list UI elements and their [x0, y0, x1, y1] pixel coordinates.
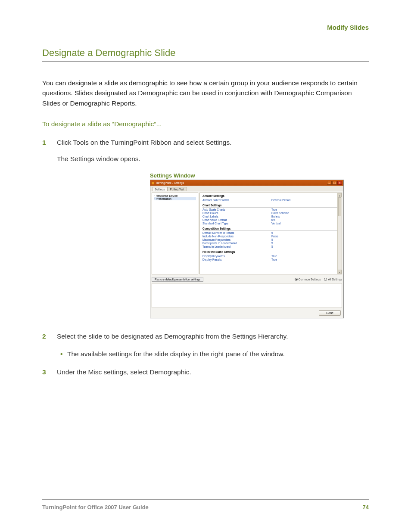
window-titlebar: TurningPoint - Settings – □ × — [150, 180, 343, 186]
setting-value[interactable]: True — [271, 255, 339, 258]
vertical-scrollbar[interactable]: ▴ ▾ — [337, 193, 342, 274]
setting-key[interactable]: Chart Labels — [202, 215, 271, 218]
group-competition-settings: Competition Settings — [202, 227, 339, 231]
setting-key[interactable]: Auto Scale Charts — [202, 208, 271, 211]
minimize-button[interactable]: – — [327, 181, 332, 185]
step-3: 3 Under the Misc settings, select Demogr… — [42, 367, 369, 377]
scroll-up-icon[interactable]: ▴ — [338, 193, 342, 197]
step-number: 3 — [42, 367, 57, 377]
done-button[interactable]: Done — [319, 310, 341, 316]
setting-key[interactable]: Standard Chart Type — [202, 222, 271, 225]
radio-all-settings[interactable]: All Settings — [324, 278, 342, 281]
setting-key[interactable]: Chart Colors — [202, 212, 271, 215]
radio-dot-icon — [295, 278, 298, 281]
procedure-heading: To designate a slide as “Demographic”... — [42, 120, 369, 128]
setting-value[interactable]: 0% — [271, 218, 339, 221]
settings-hierarchy-tree[interactable]: Response Device Presentation — [152, 193, 198, 274]
scroll-down-icon[interactable]: ▾ — [338, 270, 342, 274]
window-title: TurningPoint - Settings — [156, 181, 184, 184]
page-footer: TurningPoint for Office 2007 User Guide … — [42, 499, 369, 510]
setting-key[interactable]: Display Results — [202, 258, 271, 261]
setting-value[interactable]: Color Scheme — [271, 212, 339, 215]
section-header: Modify Slides — [42, 24, 369, 31]
tree-node-presentation[interactable]: Presentation — [154, 197, 196, 200]
setting-value[interactable]: 5 — [271, 238, 339, 241]
step-2-bullet: The available settings for the slide dis… — [60, 349, 369, 359]
footer-page-number: 74 — [363, 504, 369, 510]
step-text: Select the slide to be designated as Dem… — [57, 331, 369, 341]
setting-key[interactable]: Maximum Responders — [202, 238, 271, 241]
step-1-result: The Settings window opens. — [57, 155, 369, 163]
setting-key[interactable]: Include Non-Responders — [202, 235, 271, 238]
step-1: 1 Click Tools on the TurningPoint Ribbon… — [42, 137, 369, 147]
tab-polling-test[interactable]: Polling Test — [168, 187, 187, 191]
description-panel — [152, 283, 342, 308]
restore-defaults-button[interactable]: Restore default presentation settings — [152, 277, 203, 282]
setting-value[interactable]: Vertical — [271, 222, 339, 225]
figure-caption: Settings Window — [150, 172, 369, 179]
group-fill-blank-settings: Fill in the Blank Settings — [202, 250, 339, 254]
step-text: Click Tools on the TurningPoint Ribbon a… — [57, 137, 369, 147]
radio-dot-icon — [324, 278, 327, 281]
setting-value[interactable]: 5 — [271, 245, 339, 248]
radio-label: Common Settings — [299, 278, 321, 281]
setting-value[interactable]: 5 — [271, 231, 339, 234]
tree-node-response-device[interactable]: Response Device — [154, 194, 196, 197]
settings-list-panel: Answer Settings Answer Bullet FormatDeci… — [199, 193, 342, 274]
app-icon — [152, 182, 154, 184]
page-title: Designate a Demographic Slide — [42, 47, 369, 62]
setting-key[interactable]: Default Number of Teams — [202, 231, 271, 234]
window-controls: – □ × — [327, 181, 342, 185]
settings-window: TurningPoint - Settings – □ × Settings P… — [150, 180, 344, 318]
maximize-button[interactable]: □ — [332, 181, 337, 185]
setting-value[interactable]: Decimal Period — [271, 199, 339, 202]
setting-key[interactable]: Display Keywords — [202, 255, 271, 258]
setting-key[interactable]: Teams In Leaderboard — [202, 245, 271, 248]
footer-doc-title: TurningPoint for Office 2007 User Guide — [42, 504, 149, 510]
step-text: Under the Misc settings, select Demograp… — [57, 367, 369, 377]
close-button[interactable]: × — [337, 181, 342, 185]
setting-value[interactable]: Bullets — [271, 215, 339, 218]
scroll-thumb[interactable] — [338, 197, 341, 216]
setting-value[interactable]: 5 — [271, 242, 339, 245]
step-2: 2 Select the slide to be designated as D… — [42, 331, 369, 341]
setting-value[interactable]: True — [271, 208, 339, 211]
intro-paragraph: You can designate a slide as demographic… — [42, 78, 369, 108]
setting-value[interactable]: True — [271, 258, 339, 261]
step-number: 2 — [42, 331, 57, 341]
tab-strip: Settings Polling Test — [150, 186, 343, 191]
tab-settings[interactable]: Settings — [152, 187, 168, 191]
setting-key[interactable]: Participants In Leaderboard — [202, 242, 271, 245]
setting-value[interactable]: False — [271, 235, 339, 238]
settings-window-figure: TurningPoint - Settings – □ × Settings P… — [150, 180, 344, 318]
group-answer-settings: Answer Settings — [202, 194, 339, 198]
setting-key[interactable]: Chart Value Format — [202, 218, 271, 221]
group-chart-settings: Chart Settings — [202, 204, 339, 208]
radio-label: All Settings — [328, 278, 342, 281]
radio-common-settings[interactable]: Common Settings — [295, 278, 321, 281]
step-number: 1 — [42, 137, 57, 147]
setting-key[interactable]: Answer Bullet Format — [202, 199, 271, 202]
